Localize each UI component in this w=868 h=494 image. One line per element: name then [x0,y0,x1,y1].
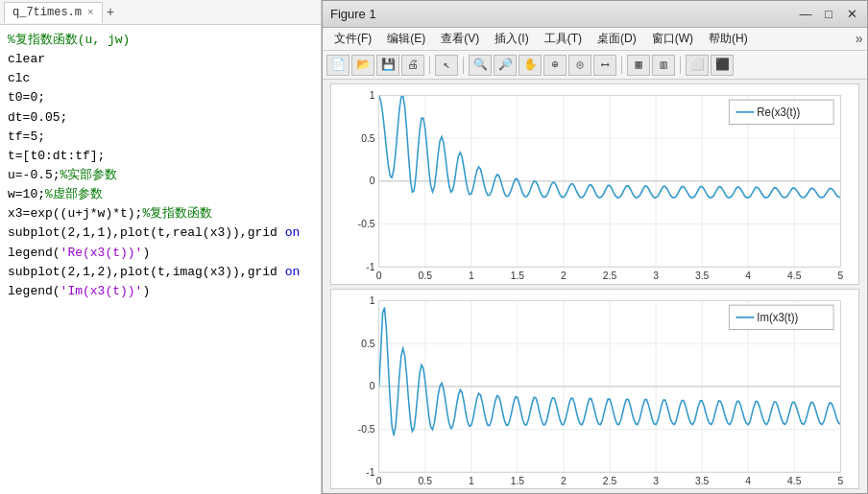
code-line: legend('Im(x3(t))') [8,282,313,301]
code-line: x3=exp((u+j*w)*t);%复指数函数 [8,204,313,223]
code-line: subplot(2,1,1),plot(t,real(x3)),grid on [8,223,313,243]
close-btn[interactable]: ✕ [844,7,859,21]
svg-text:-1: -1 [366,260,374,272]
svg-text:1: 1 [370,294,375,306]
toolbar-sep2 [463,57,464,74]
svg-text:3: 3 [653,269,659,281]
code-line: t=[t0:dt:tf]; [8,147,313,166]
toolbar-datacursor-btn[interactable]: ⊕ [543,55,567,76]
svg-text:5: 5 [837,474,843,486]
svg-text:1.5: 1.5 [511,269,524,281]
svg-text:-0.5: -0.5 [358,217,375,229]
svg-text:3: 3 [653,474,659,486]
toolbar-open-btn[interactable]: 📂 [351,55,374,76]
menu-tools[interactable]: 工具(T) [537,29,590,49]
figure-menubar: 文件(F) 编辑(E) 查看(V) 插入(I) 工具(T) 桌面(D) 窗口(W… [323,28,867,51]
svg-text:0: 0 [376,474,382,486]
code-line: %复指数函数(u, jw) [8,31,313,50]
code-editor: q_7times.m × + %复指数函数(u, jw) clear clc t… [0,0,322,494]
svg-text:Im(x3(t)): Im(x3(t)) [757,310,798,324]
svg-text:0.5: 0.5 [361,131,374,144]
svg-text:4.5: 4.5 [787,269,801,281]
menu-window[interactable]: 窗口(W) [644,29,701,49]
plot-top-container[interactable]: 1 0.5 0 -0.5 -1 0 0.5 1 1.5 2 2.5 3 3.5 … [330,83,859,285]
tab-label: q_7times.m [12,6,82,19]
svg-text:0: 0 [376,269,382,281]
figure-title: Figure 1 [330,7,376,21]
toolbar-show-btn[interactable]: ⬛ [711,55,734,76]
svg-text:4: 4 [745,269,751,281]
svg-text:2: 2 [561,269,567,281]
menu-help[interactable]: 帮助(H) [701,29,756,49]
new-tab-btn[interactable]: + [107,6,114,19]
tab-bar: q_7times.m × + [0,0,321,25]
window-controls: — □ ✕ [798,7,859,21]
toolbar-zoom-in-btn[interactable]: 🔍 [469,55,492,76]
svg-text:2.5: 2.5 [603,269,616,281]
svg-text:5: 5 [837,269,843,281]
svg-text:0: 0 [370,379,375,391]
code-line: tf=5; [8,128,313,147]
figure-plots: 1 0.5 0 -0.5 -1 0 0.5 1 1.5 2 2.5 3 3.5 … [323,80,867,493]
svg-text:0.5: 0.5 [419,474,432,486]
svg-text:1.5: 1.5 [511,474,524,486]
toolbar-hide-btn[interactable]: ⬜ [686,55,709,76]
plot-bottom-svg: 1 0.5 0 -0.5 -1 0 0.5 1 1.5 2 2.5 3 3.5 … [331,290,858,489]
toolbar-sep1 [429,57,430,74]
svg-text:2.5: 2.5 [603,474,616,486]
toolbar-linkedplot-btn[interactable]: ⟷ [593,55,616,76]
code-line: clear [8,50,313,69]
menu-arrow[interactable]: » [856,32,863,47]
tab-close-btn[interactable]: × [87,7,94,18]
code-line: dt=0.05; [8,108,313,128]
code-line: w=10;%虚部参数 [8,185,313,204]
toolbar-colorbar-btn[interactable]: ▦ [627,55,650,76]
figure-window: Figure 1 — □ ✕ 文件(F) 编辑(E) 查看(V) 插入(I) 工… [322,0,868,494]
svg-text:4.5: 4.5 [787,474,801,486]
svg-text:0: 0 [370,175,375,187]
editor-tab[interactable]: q_7times.m × [4,2,103,23]
menu-insert[interactable]: 插入(I) [487,29,536,49]
code-line: u=-0.5;%实部参数 [8,166,313,185]
toolbar-save-btn[interactable]: 💾 [376,55,399,76]
plot-bottom-container[interactable]: 1 0.5 0 -0.5 -1 0 0.5 1 1.5 2 2.5 3 3.5 … [330,289,859,490]
plot-top-svg: 1 0.5 0 -0.5 -1 0 0.5 1 1.5 2 2.5 3 3.5 … [331,84,858,284]
menu-view[interactable]: 查看(V) [433,29,487,49]
toolbar-arrow-btn[interactable]: ↖ [435,55,458,76]
code-content: %复指数函数(u, jw) clear clc t0=0; dt=0.05; t… [0,25,321,494]
svg-text:0.5: 0.5 [361,337,374,349]
toolbar-new-btn[interactable]: 📄 [326,55,350,76]
toolbar-pan-btn[interactable]: ✋ [518,55,542,76]
svg-text:1: 1 [469,269,474,281]
toolbar-legend-btn[interactable]: ▥ [652,55,675,76]
code-line: clc [8,69,313,88]
code-line: subplot(2,1,2),plot(t,imag(x3)),grid on [8,263,313,282]
svg-text:4: 4 [745,474,751,486]
svg-text:1: 1 [469,474,474,486]
svg-text:2: 2 [561,474,567,486]
minimize-btn[interactable]: — [798,7,813,21]
svg-text:3.5: 3.5 [695,474,709,486]
svg-text:0.5: 0.5 [419,269,432,281]
code-line: t0=0; [8,88,313,107]
svg-text:-1: -1 [366,465,374,478]
toolbar-sep3 [621,57,622,74]
maximize-btn[interactable]: □ [821,7,836,21]
figure-titlebar: Figure 1 — □ ✕ [323,1,867,28]
menu-edit[interactable]: 编辑(E) [379,29,433,49]
figure-toolbar: 📄 📂 💾 🖨 ↖ 🔍 🔎 ✋ ⊕ ◎ ⟷ ▦ ▥ ⬜ ⬛ [323,51,867,80]
svg-text:1: 1 [370,88,375,101]
toolbar-print-btn[interactable]: 🖨 [401,55,424,76]
svg-text:Re(x3(t)): Re(x3(t)) [757,106,800,120]
menu-desktop[interactable]: 桌面(D) [590,29,644,49]
toolbar-sep4 [680,57,681,74]
menu-file[interactable]: 文件(F) [326,29,379,49]
svg-text:3.5: 3.5 [695,269,709,281]
svg-text:-0.5: -0.5 [358,422,375,435]
code-line: legend('Re(x3(t))') [8,244,313,263]
toolbar-zoom-out-btn[interactable]: 🔎 [494,55,517,76]
toolbar-brush-btn[interactable]: ◎ [568,55,591,76]
